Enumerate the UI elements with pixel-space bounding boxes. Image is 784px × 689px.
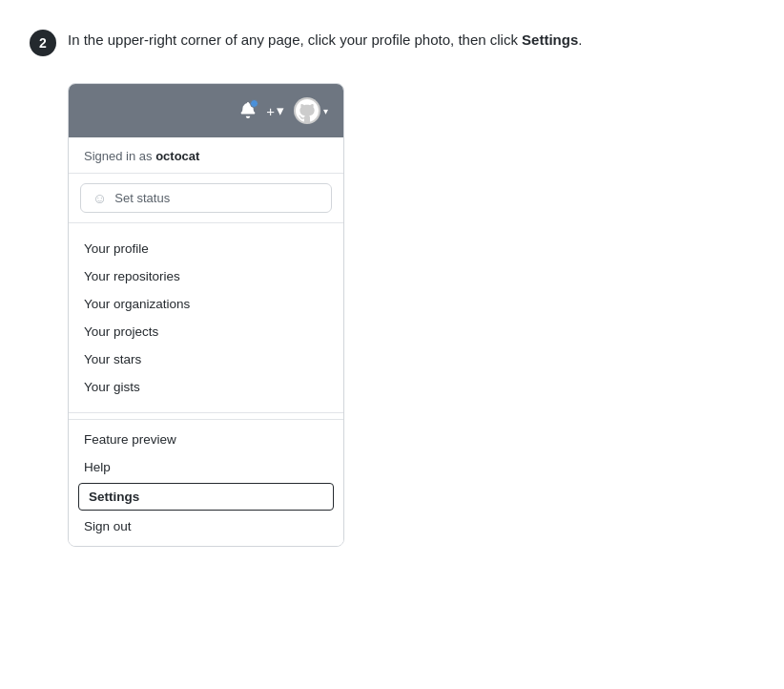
dropdown-menu: Signed in as octocat ☺ Set status Your p… — [69, 137, 343, 546]
step-badge: 2 — [30, 30, 56, 56]
menu-item-your-projects[interactable]: Your projects — [69, 318, 343, 345]
username: octocat — [155, 149, 199, 163]
menu-item-help[interactable]: Help — [69, 453, 343, 481]
menu-item-your-repositories[interactable]: Your repositories — [69, 262, 343, 290]
instruction-row: 2 In the upper-right corner of any page,… — [30, 29, 754, 56]
menu-item-sign-out[interactable]: Sign out — [69, 512, 343, 540]
profile-menu-trigger[interactable]: ▾ — [294, 97, 328, 124]
menu-item-your-gists[interactable]: Your gists — [69, 373, 343, 401]
signed-in-prefix: Signed in as — [84, 149, 155, 163]
menu-item-your-stars[interactable]: Your stars — [69, 345, 343, 373]
instruction-bold: Settings — [522, 31, 578, 48]
page-container: 2 In the upper-right corner of any page,… — [30, 29, 754, 547]
plus-label: + — [266, 103, 275, 119]
notification-dot — [250, 99, 258, 108]
navbar: + ▾ ▾ — [69, 84, 343, 137]
menu-item-your-profile[interactable]: Your profile — [69, 235, 343, 262]
menu-section-bottom: Feature preview Help Settings Sign out — [69, 419, 343, 546]
smiley-icon: ☺ — [93, 190, 107, 206]
profile-caret: ▾ — [323, 106, 328, 116]
notification-bell[interactable] — [239, 101, 257, 121]
instruction-prefix: In the upper-right corner of any page, c… — [68, 31, 522, 48]
menu-item-feature-preview[interactable]: Feature preview — [69, 426, 343, 453]
dropdown-header: Signed in as octocat — [69, 137, 343, 174]
divider-1 — [69, 222, 343, 223]
plus-caret: ▾ — [277, 102, 284, 119]
instruction-text: In the upper-right corner of any page, c… — [68, 29, 582, 52]
avatar — [294, 97, 320, 124]
menu-item-settings[interactable]: Settings — [78, 483, 334, 511]
set-status-label: Set status — [114, 191, 170, 205]
set-status-button[interactable]: ☺ Set status — [80, 183, 332, 213]
instruction-suffix: . — [578, 31, 582, 48]
step-number: 2 — [39, 35, 47, 51]
ui-preview: + ▾ ▾ Signed in as octocat ☺ Set status — [68, 83, 344, 547]
menu-item-your-organizations[interactable]: Your organizations — [69, 290, 343, 318]
nav-plus-button[interactable]: + ▾ — [266, 102, 284, 119]
menu-section-profile: Your profile Your repositories Your orga… — [69, 229, 343, 407]
divider-2 — [69, 412, 343, 413]
